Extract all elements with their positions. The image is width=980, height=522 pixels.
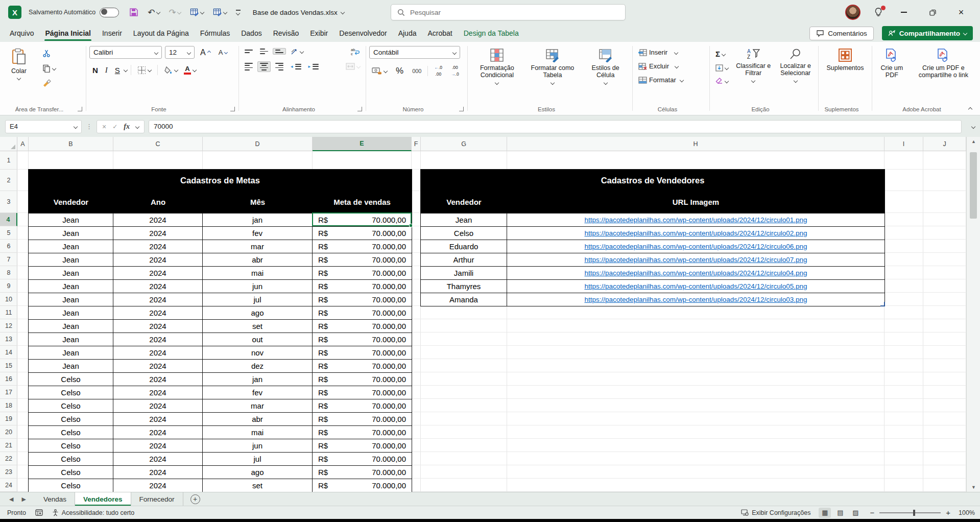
italic-button[interactable]: I (102, 65, 111, 76)
comma-style-button[interactable]: 000 (410, 66, 424, 76)
cell-meta-vendas[interactable]: R$70.000,00 (313, 360, 412, 372)
cell-meta-vendas[interactable]: R$70.000,00 (313, 439, 412, 452)
percent-style-button[interactable]: % (393, 64, 406, 78)
cell[interactable]: 2024 (113, 240, 203, 253)
cell[interactable]: jul (203, 453, 313, 465)
comments-button[interactable]: Comentários (809, 27, 874, 40)
cell[interactable]: 2024 (113, 306, 203, 319)
cell[interactable]: fev (203, 227, 313, 240)
cell-meta-vendas[interactable]: R$70.000,00 (313, 253, 412, 266)
cell[interactable]: 2024 (113, 227, 203, 240)
cell-meta-vendas[interactable]: R$70.000,00 (313, 267, 412, 279)
row-header-2[interactable]: 2 (0, 170, 17, 191)
fill-button[interactable] (713, 63, 731, 73)
increase-font-button[interactable]: A (198, 46, 213, 59)
image-url-link[interactable]: https://pacotedeplanilhas.com/wp-content… (584, 216, 807, 224)
paste-button[interactable]: Colar (3, 46, 35, 80)
ribbon-tab-design-da-tabela[interactable]: Design da Tabela (458, 26, 524, 42)
autosave-toggle[interactable] (100, 8, 119, 17)
row-header-5[interactable]: 5 (0, 226, 17, 240)
image-url-link[interactable]: https://pacotedeplanilhas.com/wp-content… (584, 296, 807, 303)
align-right-button[interactable] (273, 61, 286, 72)
minimize-button[interactable] (896, 5, 912, 20)
sheet-nav-right-arrow[interactable]: ▶ (21, 496, 26, 503)
cell-vendedor[interactable]: Jean (421, 213, 507, 226)
function-dropdown[interactable] (135, 124, 139, 128)
accessibility-status[interactable]: Acessibilidade: tudo certo (52, 509, 134, 516)
image-url-link[interactable]: https://pacotedeplanilhas.com/wp-content… (584, 256, 807, 264)
cell-meta-vendas[interactable]: R$70.000,00 (313, 213, 412, 226)
cell-meta-vendas[interactable]: R$70.000,00 (313, 386, 412, 399)
cell-vendedor[interactable]: Eduardo (421, 240, 507, 253)
row-header-21[interactable]: 21 (0, 439, 17, 452)
column-header-D[interactable]: D (203, 137, 313, 151)
row-header-17[interactable]: 17 (0, 386, 17, 399)
sheet-tab-fornecedor[interactable]: Fornecedor (131, 492, 183, 506)
cell-meta-vendas[interactable]: R$70.000,00 (313, 227, 412, 240)
ribbon-tab-desenvolvedor[interactable]: Desenvolvedor (333, 26, 392, 42)
cell[interactable]: 2024 (113, 426, 203, 439)
format-painter-button[interactable] (40, 78, 58, 88)
cell[interactable]: set (203, 320, 313, 333)
cell-meta-vendas[interactable]: R$70.000,00 (313, 453, 412, 465)
sheet-tab-vendedores[interactable]: Vendedores (75, 492, 131, 506)
column-header-I[interactable]: I (885, 137, 923, 151)
cell-meta-vendas[interactable]: R$70.000,00 (313, 413, 412, 425)
ribbon-tab-acrobat[interactable]: Acrobat (422, 26, 458, 42)
row-header-11[interactable]: 11 (0, 306, 17, 319)
formula-input[interactable]: 70000 (149, 120, 962, 133)
cell[interactable]: 2024 (113, 479, 203, 492)
wrap-text-button[interactable]: abc (348, 46, 363, 57)
cell[interactable]: 2024 (113, 267, 203, 279)
font-color-button[interactable]: A (181, 64, 199, 76)
row-header-16[interactable]: 16 (0, 372, 17, 386)
cell[interactable]: mar (203, 399, 313, 412)
page-layout-view-button[interactable]: ▤ (834, 508, 846, 518)
cell[interactable]: fev (203, 386, 313, 399)
bold-button[interactable]: N (89, 65, 101, 76)
metas-header-meta-de-vendas[interactable]: Meta de vendas (313, 191, 412, 213)
cell[interactable]: 2024 (113, 320, 203, 333)
image-url-link[interactable]: https://pacotedeplanilhas.com/wp-content… (584, 269, 807, 277)
increase-indent-button[interactable]: ▸ (306, 62, 322, 70)
cell-styles-button[interactable]: Estilos de Célula (582, 46, 629, 103)
ribbon-tab-fórmulas[interactable]: Fórmulas (195, 26, 235, 42)
metas-header-ano[interactable]: Ano (113, 191, 203, 213)
row-header-20[interactable]: 20 (0, 425, 17, 439)
cell-meta-vendas[interactable]: R$70.000,00 (313, 399, 412, 412)
delete-cells-button[interactable]: Excluir (636, 61, 706, 72)
number-dialog-launcher[interactable] (459, 107, 464, 111)
cell[interactable]: 2024 (113, 439, 203, 452)
cell[interactable]: 2024 (113, 453, 203, 465)
cell[interactable]: Jean (29, 306, 113, 319)
new-sheet-button[interactable]: + (190, 494, 200, 504)
autosum-button[interactable]: Σ (713, 48, 731, 60)
cell-vendedor[interactable]: Arthur (421, 253, 507, 266)
row-header-9[interactable]: 9 (0, 279, 17, 293)
row-header-6[interactable]: 6 (0, 240, 17, 253)
grid-canvas[interactable]: Cadastros de MetasVendedorAnoMêsMeta de … (17, 151, 966, 492)
cell[interactable]: jun (203, 439, 313, 452)
column-header-C[interactable]: C (113, 137, 203, 151)
addins-button[interactable]: Suplementos (822, 46, 869, 103)
cell[interactable]: Jean (29, 346, 113, 359)
zoom-percentage[interactable]: 100% (959, 509, 975, 516)
row-header-12[interactable]: 12 (0, 319, 17, 333)
ribbon-tab-página-inicial[interactable]: Página Inicial (39, 26, 96, 42)
zoom-slider-handle[interactable] (913, 510, 915, 516)
vendedores-header-url-imagem[interactable]: URL Imagem (507, 191, 885, 213)
scroll-down-arrow[interactable]: ▼ (967, 485, 980, 490)
macro-record-icon[interactable] (35, 509, 43, 516)
normal-view-button[interactable]: ▦ (819, 508, 831, 518)
cell[interactable]: jan (203, 373, 313, 386)
cell-meta-vendas[interactable]: R$70.000,00 (313, 426, 412, 439)
redo-button[interactable]: ↷ (167, 6, 183, 19)
close-button[interactable]: × (953, 5, 969, 20)
cell-meta-vendas[interactable]: R$70.000,00 (313, 320, 412, 333)
cell[interactable]: ago (203, 466, 313, 479)
cell[interactable]: 2024 (113, 333, 203, 346)
cell[interactable]: 2024 (113, 386, 203, 399)
cell[interactable]: Celso (29, 466, 113, 479)
table-resize-handle[interactable] (880, 302, 885, 306)
cell[interactable]: Jean (29, 360, 113, 372)
